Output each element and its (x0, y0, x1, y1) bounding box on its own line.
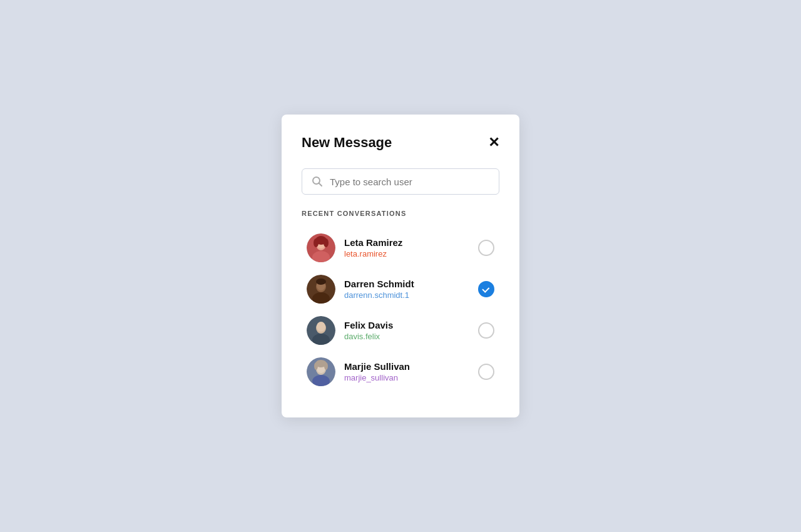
user-info: Leta Ramirez leta.ramirez (344, 237, 478, 258)
user-info: Darren Schmidt darrenn.schmidt.1 (344, 279, 478, 300)
modal-title: New Message (302, 135, 392, 151)
user-name: Darren Schmidt (344, 279, 478, 289)
search-input[interactable] (330, 176, 490, 187)
user-name: Leta Ramirez (344, 237, 478, 248)
checkbox-darren[interactable] (478, 281, 494, 297)
new-message-modal: New Message ✕ RECENT CONVERSATIONS (282, 115, 519, 417)
close-button[interactable]: ✕ (488, 136, 499, 150)
user-handle: marjie_sullivan (344, 373, 478, 382)
checkbox-marjie[interactable] (478, 364, 494, 380)
user-handle: darrenn.schmidt.1 (344, 290, 478, 300)
user-name: Felix Davis (344, 320, 478, 330)
checkbox-leta[interactable] (478, 240, 494, 256)
conversations-list: Leta Ramirez leta.ramirez Darren Schmidt (302, 227, 499, 392)
svg-point-13 (316, 279, 326, 285)
list-item[interactable]: Felix Davis davis.felix (302, 310, 499, 351)
svg-point-8 (324, 238, 329, 247)
list-item[interactable]: Marjie Sullivan marjie_sullivan (302, 351, 499, 392)
search-icon (311, 175, 324, 188)
svg-point-17 (317, 322, 325, 332)
modal-header: New Message ✕ (302, 135, 499, 151)
user-handle: davis.felix (344, 332, 478, 341)
avatar (307, 233, 335, 262)
svg-point-24 (324, 362, 328, 370)
svg-point-7 (314, 238, 319, 247)
user-info: Marjie Sullivan marjie_sullivan (344, 361, 478, 382)
avatar (307, 316, 335, 345)
search-box (302, 168, 499, 195)
user-name: Marjie Sullivan (344, 361, 478, 372)
avatar (307, 275, 335, 304)
svg-point-23 (314, 362, 318, 370)
svg-line-1 (319, 183, 322, 187)
user-handle: leta.ramirez (344, 249, 478, 258)
user-info: Felix Davis davis.felix (344, 320, 478, 341)
section-label: RECENT CONVERSATIONS (302, 210, 499, 217)
avatar (307, 357, 335, 386)
list-item[interactable]: Darren Schmidt darrenn.schmidt.1 (302, 269, 499, 310)
list-item[interactable]: Leta Ramirez leta.ramirez (302, 227, 499, 269)
checkbox-felix[interactable] (478, 322, 494, 339)
